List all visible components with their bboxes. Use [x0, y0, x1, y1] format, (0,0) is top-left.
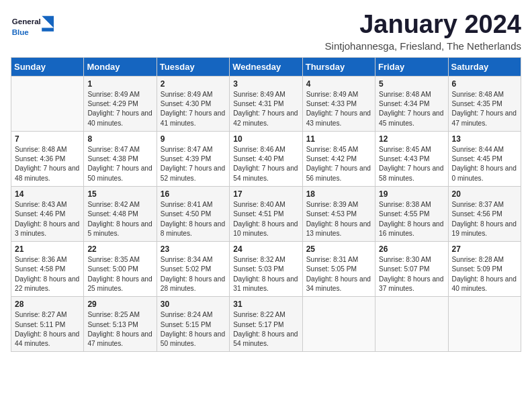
day-detail: Sunrise: 8:31 AMSunset: 5:05 PMDaylight:… [306, 255, 371, 293]
day-detail: Sunrise: 8:43 AMSunset: 4:46 PMDaylight:… [15, 200, 80, 238]
day-detail: Sunrise: 8:45 AMSunset: 4:43 PMDaylight:… [379, 145, 444, 183]
calendar-cell: 23Sunrise: 8:34 AMSunset: 5:02 PMDayligh… [157, 242, 229, 297]
calendar-cell: 12Sunrise: 8:45 AMSunset: 4:43 PMDayligh… [375, 131, 448, 186]
day-number: 25 [306, 244, 371, 254]
day-number: 21 [15, 244, 80, 254]
calendar-cell: 20Sunrise: 8:37 AMSunset: 4:56 PMDayligh… [448, 187, 521, 242]
day-number: 14 [15, 189, 80, 199]
calendar-cell: 10Sunrise: 8:46 AMSunset: 4:40 PMDayligh… [230, 131, 302, 186]
day-detail: Sunrise: 8:41 AMSunset: 4:50 PMDaylight:… [161, 200, 226, 238]
day-detail: Sunrise: 8:49 AMSunset: 4:33 PMDaylight:… [306, 90, 371, 128]
day-number: 8 [87, 134, 152, 144]
calendar-week-row: 7Sunrise: 8:48 AMSunset: 4:36 PMDaylight… [11, 131, 521, 186]
svg-marker-1 [42, 16, 54, 28]
calendar-cell: 27Sunrise: 8:28 AMSunset: 5:09 PMDayligh… [448, 242, 521, 297]
day-detail: Sunrise: 8:22 AMSunset: 5:17 PMDaylight:… [233, 310, 298, 349]
calendar-cell: 18Sunrise: 8:39 AMSunset: 4:53 PMDayligh… [302, 187, 375, 242]
calendar-week-row: 1Sunrise: 8:49 AMSunset: 4:29 PMDaylight… [11, 76, 521, 131]
day-detail: Sunrise: 8:45 AMSunset: 4:42 PMDaylight:… [306, 145, 371, 183]
calendar-cell: 28Sunrise: 8:27 AMSunset: 5:11 PMDayligh… [11, 297, 84, 352]
day-number: 27 [452, 244, 517, 254]
page-header: General Blue January 2024 Sintjohannesga… [11, 11, 521, 52]
svg-rect-2 [42, 28, 54, 31]
day-number: 6 [452, 79, 517, 89]
day-detail: Sunrise: 8:49 AMSunset: 4:31 PMDaylight:… [233, 90, 298, 128]
day-number: 23 [161, 244, 226, 254]
day-number: 28 [15, 300, 80, 309]
day-number: 20 [452, 189, 517, 199]
day-number: 29 [87, 300, 152, 309]
calendar-cell: 1Sunrise: 8:49 AMSunset: 4:29 PMDaylight… [84, 76, 157, 131]
day-number: 26 [379, 244, 444, 254]
calendar-cell: 2Sunrise: 8:49 AMSunset: 4:30 PMDaylight… [157, 76, 229, 131]
logo: General Blue [11, 11, 64, 44]
day-number: 1 [87, 79, 152, 89]
calendar-cell: 3Sunrise: 8:49 AMSunset: 4:31 PMDaylight… [230, 76, 302, 131]
calendar-cell: 9Sunrise: 8:47 AMSunset: 4:39 PMDaylight… [157, 131, 229, 186]
day-detail: Sunrise: 8:27 AMSunset: 5:11 PMDaylight:… [15, 310, 80, 349]
calendar-cell: 16Sunrise: 8:41 AMSunset: 4:50 PMDayligh… [157, 187, 229, 242]
calendar-cell [375, 297, 448, 352]
day-number: 3 [233, 79, 298, 89]
calendar-cell: 25Sunrise: 8:31 AMSunset: 5:05 PMDayligh… [302, 242, 375, 297]
calendar-cell: 22Sunrise: 8:35 AMSunset: 5:00 PMDayligh… [84, 242, 157, 297]
calendar-cell: 19Sunrise: 8:38 AMSunset: 4:55 PMDayligh… [375, 187, 448, 242]
calendar-cell [302, 297, 375, 352]
calendar-title: January 2024 [325, 11, 521, 39]
day-detail: Sunrise: 8:25 AMSunset: 5:13 PMDaylight:… [87, 310, 152, 349]
day-detail: Sunrise: 8:39 AMSunset: 4:53 PMDaylight:… [306, 200, 371, 238]
calendar-cell: 15Sunrise: 8:42 AMSunset: 4:48 PMDayligh… [84, 187, 157, 242]
calendar-cell: 21Sunrise: 8:36 AMSunset: 4:58 PMDayligh… [11, 242, 84, 297]
calendar-cell: 14Sunrise: 8:43 AMSunset: 4:46 PMDayligh… [11, 187, 84, 242]
calendar-cell [448, 297, 521, 352]
day-detail: Sunrise: 8:36 AMSunset: 4:58 PMDaylight:… [15, 255, 80, 293]
weekday-header-row: SundayMondayTuesdayWednesdayThursdayFrid… [11, 57, 521, 76]
day-detail: Sunrise: 8:40 AMSunset: 4:51 PMDaylight:… [233, 200, 298, 238]
calendar-week-row: 28Sunrise: 8:27 AMSunset: 5:11 PMDayligh… [11, 297, 521, 352]
calendar-week-row: 14Sunrise: 8:43 AMSunset: 4:46 PMDayligh… [11, 187, 521, 242]
day-detail: Sunrise: 8:48 AMSunset: 4:36 PMDaylight:… [15, 145, 80, 183]
weekday-friday: Friday [375, 57, 448, 76]
day-detail: Sunrise: 8:47 AMSunset: 4:39 PMDaylight:… [161, 145, 226, 183]
calendar-cell: 11Sunrise: 8:45 AMSunset: 4:42 PMDayligh… [302, 131, 375, 186]
day-number: 24 [233, 244, 298, 254]
day-detail: Sunrise: 8:34 AMSunset: 5:02 PMDaylight:… [161, 255, 226, 293]
weekday-sunday: Sunday [11, 57, 84, 76]
day-detail: Sunrise: 8:44 AMSunset: 4:45 PMDaylight:… [452, 145, 517, 183]
calendar-cell: 4Sunrise: 8:49 AMSunset: 4:33 PMDaylight… [302, 76, 375, 131]
calendar-cell: 8Sunrise: 8:47 AMSunset: 4:38 PMDaylight… [84, 131, 157, 186]
calendar-cell: 17Sunrise: 8:40 AMSunset: 4:51 PMDayligh… [230, 187, 302, 242]
calendar-week-row: 21Sunrise: 8:36 AMSunset: 4:58 PMDayligh… [11, 242, 521, 297]
day-number: 17 [233, 189, 298, 199]
day-number: 15 [87, 189, 152, 199]
day-detail: Sunrise: 8:47 AMSunset: 4:38 PMDaylight:… [87, 145, 152, 183]
day-detail: Sunrise: 8:28 AMSunset: 5:09 PMDaylight:… [452, 255, 517, 293]
day-number: 22 [87, 244, 152, 254]
title-block: January 2024 Sintjohannesga, Friesland, … [325, 11, 521, 52]
day-detail: Sunrise: 8:38 AMSunset: 4:55 PMDaylight:… [379, 200, 444, 238]
day-detail: Sunrise: 8:48 AMSunset: 4:35 PMDaylight:… [452, 90, 517, 128]
logo-svg: General Blue [11, 11, 64, 44]
calendar-location: Sintjohannesga, Friesland, The Netherlan… [325, 40, 521, 52]
weekday-tuesday: Tuesday [157, 57, 229, 76]
day-number: 18 [306, 189, 371, 199]
day-detail: Sunrise: 8:24 AMSunset: 5:15 PMDaylight:… [161, 310, 226, 349]
calendar-cell: 24Sunrise: 8:32 AMSunset: 5:03 PMDayligh… [230, 242, 302, 297]
calendar-cell: 7Sunrise: 8:48 AMSunset: 4:36 PMDaylight… [11, 131, 84, 186]
calendar-cell: 29Sunrise: 8:25 AMSunset: 5:13 PMDayligh… [84, 297, 157, 352]
day-number: 12 [379, 134, 444, 144]
day-number: 11 [306, 134, 371, 144]
day-detail: Sunrise: 8:32 AMSunset: 5:03 PMDaylight:… [233, 255, 298, 293]
day-number: 2 [161, 79, 226, 89]
day-detail: Sunrise: 8:30 AMSunset: 5:07 PMDaylight:… [379, 255, 444, 293]
day-detail: Sunrise: 8:42 AMSunset: 4:48 PMDaylight:… [87, 200, 152, 238]
day-number: 4 [306, 79, 371, 89]
calendar-cell: 31Sunrise: 8:22 AMSunset: 5:17 PMDayligh… [230, 297, 302, 352]
day-number: 5 [379, 79, 444, 89]
calendar-cell: 5Sunrise: 8:48 AMSunset: 4:34 PMDaylight… [375, 76, 448, 131]
day-detail: Sunrise: 8:35 AMSunset: 5:00 PMDaylight:… [87, 255, 152, 293]
calendar-cell: 26Sunrise: 8:30 AMSunset: 5:07 PMDayligh… [375, 242, 448, 297]
day-number: 9 [161, 134, 226, 144]
calendar-cell: 13Sunrise: 8:44 AMSunset: 4:45 PMDayligh… [448, 131, 521, 186]
day-number: 19 [379, 189, 444, 199]
